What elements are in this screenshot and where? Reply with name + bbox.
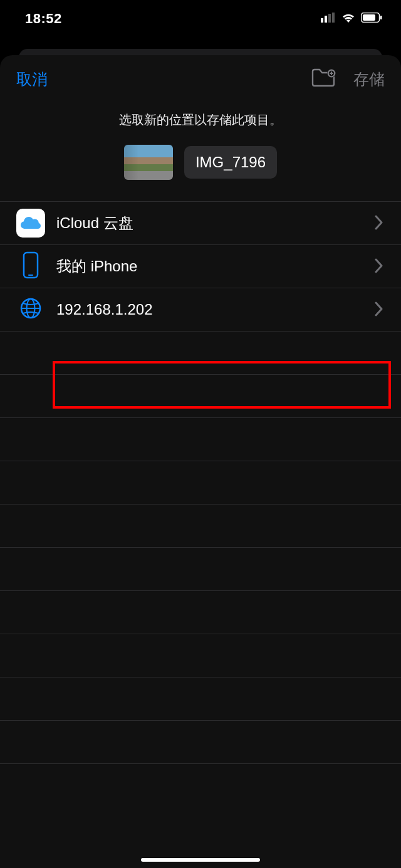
cancel-button[interactable]: 取消 [16,69,48,90]
globe-icon [19,296,43,323]
location-item-server[interactable]: 192.168.1.202 [0,288,401,332]
save-sheet: 取消 存储 选取新的位置以存储此项目。 IMG_7196 [0,55,401,868]
location-label: 192.168.1.202 [46,301,375,318]
list-item [0,461,401,505]
icloud-icon [16,209,45,238]
status-time: 18:52 [25,11,62,27]
sheet-toolbar: 取消 存储 [0,55,401,97]
cellular-icon [321,13,336,25]
svg-rect-0 [321,18,323,23]
svg-rect-6 [380,16,382,19]
list-item [0,591,401,634]
filename-chip[interactable]: IMG_7196 [184,146,277,179]
svg-rect-2 [328,14,331,23]
list-item [0,332,401,375]
status-indicators [321,12,382,26]
home-indicator[interactable] [141,858,260,862]
wifi-icon [341,12,356,26]
list-item [0,548,401,591]
svg-rect-3 [332,13,335,23]
list-item [0,505,401,548]
file-thumbnail [124,145,173,180]
save-button[interactable]: 存储 [353,69,385,90]
list-item [0,677,401,721]
svg-rect-5 [363,14,375,21]
list-item [0,721,401,764]
sheet-subtitle: 选取新的位置以存储此项目。 [0,97,401,145]
list-item [0,634,401,677]
location-label: iCloud 云盘 [46,213,375,233]
list-item [0,375,401,418]
file-preview-row: IMG_7196 [0,145,401,201]
battery-icon [361,13,382,25]
list-item [0,418,401,461]
location-label: 我的 iPhone [46,256,375,276]
iphone-icon [22,251,39,281]
location-item-iphone[interactable]: 我的 iPhone [0,245,401,288]
status-bar: 18:52 [0,0,401,34]
svg-rect-1 [325,16,327,23]
chevron-right-icon [375,258,386,275]
location-list: iCloud 云盘 我的 iPhone [0,201,401,764]
chevron-right-icon [375,215,386,231]
location-item-icloud[interactable]: iCloud 云盘 [0,202,401,245]
chevron-right-icon [375,301,386,318]
new-folder-icon[interactable] [311,68,336,90]
svg-rect-12 [28,275,33,276]
svg-rect-11 [24,253,38,278]
